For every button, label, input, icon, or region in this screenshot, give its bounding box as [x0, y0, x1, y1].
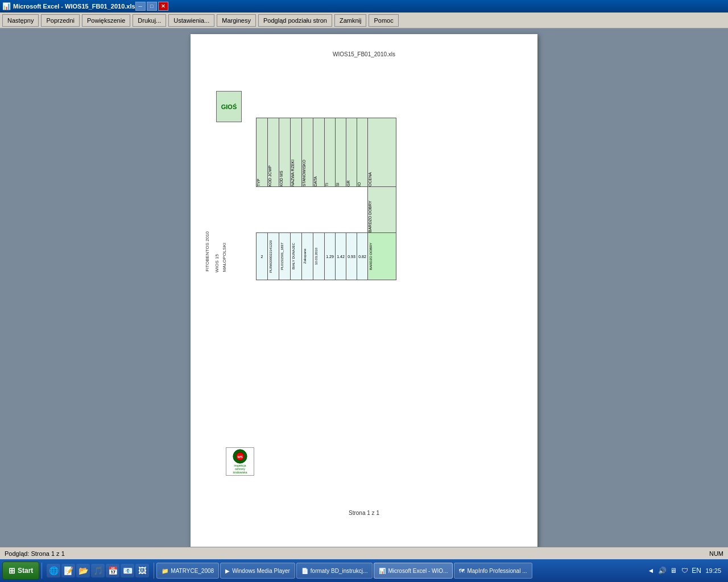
print-button[interactable]: Drukuj... — [133, 14, 166, 27]
io-cell: 0.82 — [357, 233, 368, 280]
svg-text:WS: WS — [237, 455, 243, 459]
minimize-btn[interactable]: ─ — [135, 2, 146, 11]
num-indicator: NUM — [709, 550, 723, 557]
data-table: TYP KOD JCWP KOD MS NAZWA RZEKI — [256, 118, 396, 280]
taskbar: ⊞ Start 🌐 📝 📂 🎵 📅 📧 🖼 📁 MATRYCE_2008 ▶ W… — [0, 559, 728, 582]
clock[interactable]: 19:25 — [703, 567, 723, 574]
calendar-icon[interactable]: 📅 — [106, 564, 119, 577]
quick-launch: 🌐 📝 📂 🎵 📅 📧 🖼 — [44, 564, 151, 577]
si-cell: 1.42 — [336, 233, 346, 280]
taskbar-app-formaty[interactable]: 📄 formaty BD_instrukcj... — [296, 563, 373, 579]
page-header: WIOS15_FB01_2010.xls — [333, 51, 395, 57]
gr-header: GR — [346, 118, 357, 187]
excel-taskbar-icon: 📊 — [379, 568, 386, 574]
start-label: Start — [18, 567, 33, 575]
nazwa-rzeki-cell: BIAŁY DUNAJEC — [291, 233, 302, 280]
kod-jcwp-cell: PLRW200022141220 — [268, 233, 279, 280]
media-icon[interactable]: 🎵 — [91, 564, 105, 577]
prev-button[interactable]: Poprzedni — [41, 14, 80, 27]
margins-button[interactable]: Marginesy — [217, 14, 256, 27]
main-area: WIOS15_FB01_2010.xls GIOŚ FITOBENTOS 201… — [0, 28, 728, 547]
stanowisko-header: STANOWISKO — [302, 118, 313, 187]
close-button[interactable]: Zamknij — [334, 14, 367, 27]
help-button[interactable]: Pomoc — [369, 14, 398, 27]
bardzo-dobry-header: BARDZO DOBRY — [368, 187, 396, 233]
io-header: IO — [357, 118, 368, 187]
excel-icon: 📊 — [2, 2, 11, 10]
mapinfo-icon: 🗺 — [459, 568, 465, 574]
taskbar-divider-1 — [42, 563, 42, 579]
email-icon[interactable]: 📧 — [121, 564, 134, 577]
tray-network-icon[interactable]: 🖥 — [669, 566, 678, 575]
title-text: Microsoft Excel - WIOS15_FB01_2010.xls — [13, 3, 135, 10]
settings-button[interactable]: Ustawienia... — [168, 14, 214, 27]
next-button[interactable]: Następny — [2, 14, 39, 27]
page-container: WIOS15_FB01_2010.xls GIOŚ FITOBENTOS 201… — [191, 34, 537, 547]
si-header: SI — [336, 118, 346, 187]
page-break-button[interactable]: Podgląd podziału stron — [258, 14, 332, 27]
matryce-label: MATRYCE_2008 — [171, 568, 214, 574]
taskbar-app-mapinfo[interactable]: 🗺 MapInfo Professional ... — [454, 563, 532, 579]
word-icon[interactable]: 📝 — [61, 564, 75, 577]
formaty-icon: 📄 — [301, 568, 308, 574]
typ-header: TYP — [257, 118, 268, 187]
kod-ms-header: KOD MS — [279, 118, 291, 187]
stanowisko-cell: Zakopane — [302, 233, 313, 280]
formaty-label: formaty BD_instrukcj... — [311, 568, 368, 574]
inspekcja-text: inspekcjaochronyśrodowiska — [233, 464, 247, 474]
zoom-button[interactable]: Powiększenie — [82, 14, 130, 27]
tray-arrow-icon[interactable]: ◄ — [646, 566, 655, 575]
ti-cell: 1.29 — [325, 233, 336, 280]
close-btn[interactable]: ✕ — [158, 2, 168, 11]
title-bar: 📊 Microsoft Excel - WIOS15_FB01_2010.xls… — [0, 0, 728, 13]
ie-icon[interactable]: 🌐 — [47, 564, 60, 577]
taskbar-app-matryce[interactable]: 📁 MATRYCE_2008 — [156, 563, 219, 579]
photo-icon[interactable]: 🖼 — [135, 564, 149, 577]
mapinfo-label: MapInfo Professional ... — [467, 568, 527, 574]
table-container: TYP KOD JCWP KOD MS NAZWA RZEKI — [256, 118, 396, 280]
kod-ms-cell: PL01S1501_1837 — [279, 233, 291, 280]
inspekcja-circle-icon: WS — [231, 449, 249, 464]
page-footer: Strona 1 z 1 — [349, 510, 379, 516]
kod-jcwp-header: KOD JCWP — [268, 118, 279, 187]
window-controls: ─ □ ✕ — [135, 2, 168, 11]
matryce-icon: 📁 — [162, 568, 168, 574]
tray-area: ◄ 🔊 🖥 🛡 EN 19:25 — [646, 566, 726, 575]
wios15-label: WIOS 15 — [214, 254, 220, 272]
mediaplayer-icon: ▶ — [225, 568, 230, 574]
toolbar: Następny Poprzedni Powiększenie Drukuj..… — [0, 13, 728, 28]
excel-label: Microsoft Excel - WIO... — [388, 568, 448, 574]
taskbar-divider-2 — [154, 563, 154, 579]
tray-sound-icon[interactable]: 🔊 — [657, 566, 667, 575]
start-button[interactable]: ⊞ Start — [2, 562, 39, 580]
taskbar-app-mediaplayer[interactable]: ▶ Windows Media Player — [220, 563, 295, 579]
taskbar-app-excel[interactable]: 📊 Microsoft Excel - WIO... — [374, 563, 453, 579]
table-row: 2 PLRW200022141220 PL01S1501_1837 BIAŁY … — [257, 233, 396, 280]
status-left: Podgląd: Strona 1 z 1 — [5, 550, 65, 557]
nazwa-rzeki-header: NAZWA RZEKI — [291, 118, 302, 187]
ti-header: TI — [325, 118, 336, 187]
malopolski-label: MAŁOPOLSKI — [222, 243, 227, 272]
data-cell: 10.03.2010 — [313, 233, 325, 280]
typ-cell: 2 — [257, 233, 268, 280]
mediaplayer-label: Windows Media Player — [232, 568, 290, 574]
ocena-cell: BARDZO DOBRY — [368, 233, 396, 280]
maximize-btn[interactable]: □ — [147, 2, 157, 11]
ocena-header: OCENA — [368, 118, 396, 187]
fitobentos-label: FITOBENTOS 2010 — [205, 231, 210, 272]
tray-lang-icon[interactable]: EN — [692, 566, 701, 575]
data-header: DATA — [313, 118, 325, 187]
tray-security-icon[interactable]: 🛡 — [680, 566, 689, 575]
status-right: NUM — [709, 550, 723, 557]
inspekcja-logo: WS inspekcjaochronyśrodowiska — [226, 447, 254, 476]
windows-icon: ⊞ — [9, 566, 15, 575]
gr-cell: 0.93 — [346, 233, 357, 280]
status-bar: Podgląd: Strona 1 z 1 NUM — [0, 547, 728, 559]
explorer-icon[interactable]: 📂 — [76, 564, 90, 577]
